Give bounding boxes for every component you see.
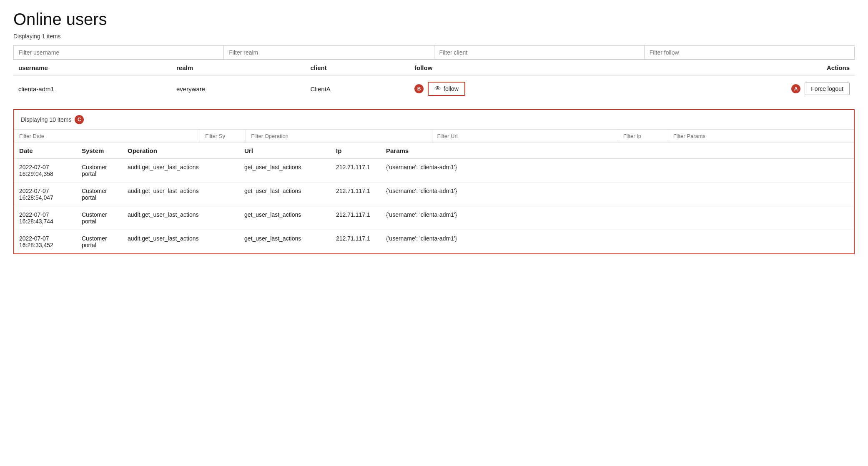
cell-date: 2022-07-0716:29:04,358 [14,159,77,183]
filter-row [13,45,855,60]
sub-filter-operation-input[interactable] [246,130,432,143]
cell-params: {'username': 'clienta-adm1'} [381,183,854,206]
filter-realm-input[interactable] [223,45,434,60]
cell-date: 2022-07-0716:28:43,744 [14,206,77,230]
cell-system: Customerportal [77,183,123,206]
cell-url: get_user_last_actions [239,183,331,206]
page-title: Online users [13,10,855,29]
cell-operation: audit.get_user_last_actions [123,183,239,206]
sub-filter-date-input[interactable] [14,130,200,143]
table-row: clienta-adm1 everyware ClientA B 👁 follo… [13,76,855,102]
cell-system: Customerportal [77,230,123,254]
sub-col-header-url: Url [239,143,331,159]
filter-client-input[interactable] [434,45,644,60]
filter-username-input[interactable] [13,45,223,60]
sub-filter-row [14,129,854,143]
cell-params: {'username': 'clienta-adm1'} [381,206,854,230]
cell-ip: 212.71.117.1 [331,206,381,230]
cell-params: {'username': 'clienta-adm1'} [381,230,854,254]
cell-date: 2022-07-0716:28:54,047 [14,183,77,206]
sub-filter-params-input[interactable] [668,130,854,143]
cell-url: get_user_last_actions [239,206,331,230]
table-row: 2022-07-0716:28:43,744 Customerportal au… [14,206,854,230]
follow-button[interactable]: 👁 follow [428,82,465,96]
cell-operation: audit.get_user_last_actions [123,230,239,254]
cell-params: {'username': 'clienta-adm1'} [381,159,854,183]
eye-icon: 👁 [434,85,441,93]
sub-col-header-ip: Ip [331,143,381,159]
sub-col-header-system: System [77,143,123,159]
sub-filter-ip-input[interactable] [618,130,668,143]
sub-col-header-date: Date [14,143,77,159]
sub-table-container: Displaying 10 items C Date System Operat… [13,109,855,254]
cell-actions: A Force logout [619,76,855,102]
badge-a: A [791,84,800,93]
col-header-follow: follow [409,60,619,76]
badge-b: B [414,84,424,93]
cell-username: clienta-adm1 [13,76,171,102]
cell-url: get_user_last_actions [239,159,331,183]
main-table: username realm client follow Actions cli… [13,60,855,102]
col-header-username: username [13,60,171,76]
sub-col-header-operation: Operation [123,143,239,159]
cell-system: Customerportal [77,159,123,183]
cell-system: Customerportal [77,206,123,230]
cell-operation: audit.get_user_last_actions [123,206,239,230]
cell-url: get_user_last_actions [239,230,331,254]
table-row: 2022-07-0716:28:54,047 Customerportal au… [14,183,854,206]
col-header-client: client [305,60,409,76]
table-row: 2022-07-0716:28:33,452 Customerportal au… [14,230,854,254]
table-row: 2022-07-0716:29:04,358 Customerportal au… [14,159,854,183]
cell-follow: B 👁 follow [409,76,619,102]
sub-table: Date System Operation Url Ip Params 2022… [14,143,854,253]
force-logout-button[interactable]: Force logout [805,83,850,95]
col-header-actions: Actions [619,60,855,76]
sub-col-header-params: Params [381,143,854,159]
cell-ip: 212.71.117.1 [331,230,381,254]
col-header-realm: realm [171,60,305,76]
sub-filter-url-input[interactable] [432,130,618,143]
sub-filter-system-input[interactable] [200,130,246,143]
cell-operation: audit.get_user_last_actions [123,159,239,183]
cell-ip: 212.71.117.1 [331,183,381,206]
follow-label: follow [444,85,459,92]
sub-displaying-items: Displaying 10 items [21,116,71,123]
cell-realm: everyware [171,76,305,102]
filter-follow-input[interactable] [644,45,855,60]
badge-c: C [75,115,84,124]
cell-client: ClientA [305,76,409,102]
cell-date: 2022-07-0716:28:33,452 [14,230,77,254]
sub-table-header: Displaying 10 items C [14,110,854,129]
displaying-items-count: Displaying 1 items [13,33,855,40]
cell-ip: 212.71.117.1 [331,159,381,183]
